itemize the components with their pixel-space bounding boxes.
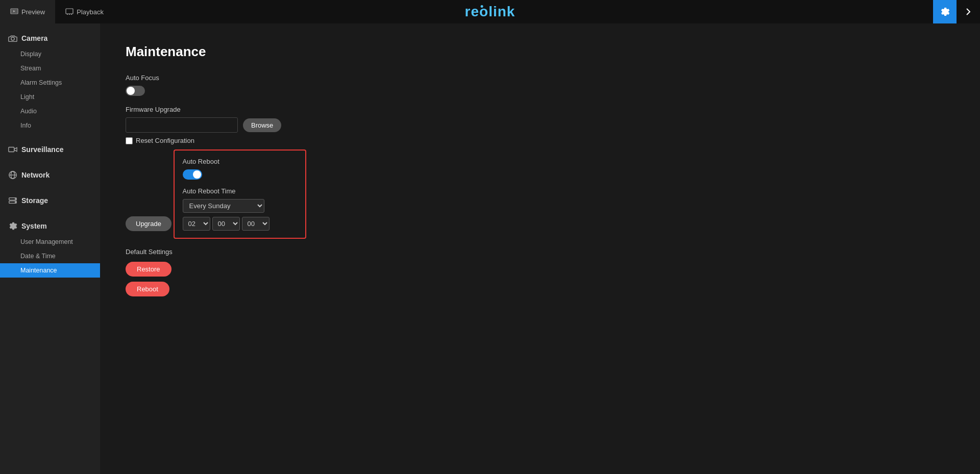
topbar: Preview Playback reolink <box>0 0 980 23</box>
sidebar-item-info-label: Info <box>20 122 31 129</box>
firmware-upgrade-label: Firmware Upgrade <box>126 106 954 113</box>
camera-icon <box>8 34 17 43</box>
auto-reboot-toggle[interactable] <box>183 169 202 180</box>
reboot-second-select[interactable]: 00 15 30 45 <box>242 217 270 231</box>
reboot-minute-select[interactable]: 00 15 30 45 <box>212 217 240 231</box>
sidebar-item-audio-label: Audio <box>20 108 37 115</box>
reset-config-label: Reset Configuration <box>136 137 194 144</box>
reboot-time-row: 02 00 01 03 00 15 30 45 00 15 30 45 <box>183 217 297 231</box>
sidebar-item-info[interactable]: Info <box>0 118 100 133</box>
auto-reboot-slider <box>183 169 202 180</box>
sidebar-header-network[interactable]: Network <box>0 166 100 184</box>
content-area: Maintenance Auto Focus Firmware Upgrade … <box>100 23 980 474</box>
sidebar-item-display[interactable]: Display <box>0 47 100 61</box>
sidebar-section-surveillance: Surveillance <box>0 135 100 160</box>
sidebar: Camera Display Stream Alarm Settings Lig… <box>0 23 100 474</box>
browse-button[interactable]: Browse <box>243 118 281 132</box>
auto-focus-toggle[interactable] <box>126 86 145 96</box>
sidebar-item-maintenance-label: Maintenance <box>20 267 57 274</box>
sidebar-item-date-time[interactable]: Date & Time <box>0 249 100 263</box>
svg-point-15 <box>15 202 16 203</box>
sidebar-header-surveillance-label: Surveillance <box>21 145 64 154</box>
system-gear-icon <box>8 221 17 231</box>
sidebar-item-stream[interactable]: Stream <box>0 61 100 76</box>
svg-point-7 <box>11 37 14 40</box>
sidebar-section-storage: Storage <box>0 186 100 211</box>
svg-point-14 <box>15 198 16 199</box>
camera-outline-icon <box>8 145 17 154</box>
firmware-row: Browse <box>126 117 954 133</box>
restore-button[interactable]: Restore <box>126 262 172 277</box>
reboot-schedule-select[interactable]: Every Sunday Every Monday Every Tuesday … <box>183 199 264 213</box>
reset-config-checkbox[interactable] <box>126 137 133 144</box>
sidebar-section-network: Network <box>0 160 100 186</box>
sidebar-header-storage[interactable]: Storage <box>0 192 100 209</box>
network-icon <box>8 170 17 180</box>
sidebar-header-storage-label: Storage <box>21 196 48 205</box>
sidebar-section-system: System User Management Date & Time Maint… <box>0 211 100 280</box>
auto-focus-toggle-container <box>126 86 954 97</box>
sidebar-item-alarm-settings[interactable]: Alarm Settings <box>0 76 100 90</box>
sidebar-item-alarm-settings-label: Alarm Settings <box>20 79 62 86</box>
upgrade-button[interactable]: Upgrade <box>126 216 172 231</box>
auto-reboot-title: Auto Reboot <box>183 158 297 165</box>
preview-label: Preview <box>21 8 45 16</box>
logo: reolink <box>465 4 516 20</box>
reset-config-row: Reset Configuration <box>126 137 954 144</box>
sidebar-item-light[interactable]: Light <box>0 90 100 104</box>
topbar-right <box>933 0 980 23</box>
default-settings-label: Default Settings <box>126 248 954 256</box>
preview-button[interactable]: Preview <box>0 0 55 23</box>
firmware-file-input[interactable] <box>126 117 238 133</box>
page-title: Maintenance <box>126 44 954 60</box>
sidebar-header-camera: Camera <box>0 30 100 47</box>
preview-icon <box>10 8 18 16</box>
arrow-right-icon <box>964 7 973 16</box>
sidebar-header-network-label: Network <box>21 171 50 179</box>
auto-focus-label: Auto Focus <box>126 74 954 82</box>
auto-reboot-box: Auto Reboot Auto Reboot Time Every Sunda… <box>174 149 306 239</box>
sidebar-header-surveillance[interactable]: Surveillance <box>0 141 100 158</box>
sidebar-item-user-management-label: User Management <box>20 238 73 245</box>
sidebar-section-camera: Camera Display Stream Alarm Settings Lig… <box>0 23 100 135</box>
reboot-button[interactable]: Reboot <box>126 282 169 296</box>
sidebar-item-stream-label: Stream <box>20 65 41 72</box>
sidebar-header-camera-label: Camera <box>21 34 47 42</box>
sidebar-item-audio[interactable]: Audio <box>0 104 100 118</box>
reboot-hour-select[interactable]: 02 00 01 03 <box>183 217 210 231</box>
sidebar-header-system-label: System <box>21 222 47 230</box>
svg-rect-3 <box>66 9 73 14</box>
svg-rect-8 <box>9 147 14 152</box>
arrow-right-button[interactable] <box>957 0 980 23</box>
main-layout: Camera Display Stream Alarm Settings Lig… <box>0 23 980 474</box>
auto-reboot-time-label: Auto Reboot Time <box>183 187 297 195</box>
auto-focus-slider <box>126 86 145 96</box>
sidebar-item-user-management[interactable]: User Management <box>0 235 100 249</box>
sidebar-item-date-time-label: Date & Time <box>20 253 56 260</box>
sidebar-item-maintenance[interactable]: Maintenance <box>0 263 100 278</box>
topbar-left: Preview Playback <box>0 0 114 23</box>
settings-button[interactable] <box>933 0 957 23</box>
playback-button[interactable]: Playback <box>55 0 114 23</box>
logo-text: reolink <box>465 4 516 19</box>
storage-icon <box>8 196 17 205</box>
sidebar-item-light-label: Light <box>20 93 34 101</box>
sidebar-header-system[interactable]: System <box>0 217 100 235</box>
playback-icon <box>65 8 74 16</box>
sidebar-item-display-label: Display <box>20 51 41 58</box>
gear-icon <box>940 7 950 17</box>
playback-label: Playback <box>77 8 104 16</box>
